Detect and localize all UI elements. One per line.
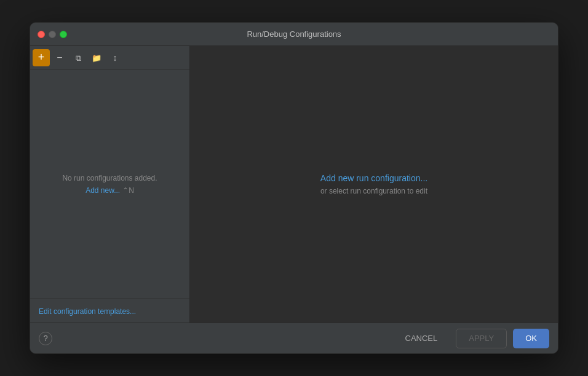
traffic-lights [38,31,67,38]
help-button[interactable]: ? [39,332,52,345]
maximize-button[interactable] [60,31,67,38]
minimize-button[interactable] [49,31,56,38]
sidebar-footer: Edit configuration templates... [30,299,189,323]
sidebar-body: No run configurations added. Add new... … [30,69,189,299]
remove-config-button[interactable] [51,49,68,66]
minus-icon [57,52,62,63]
run-debug-dialog: Run/Debug Configurations [30,22,558,354]
sidebar: No run configurations added. Add new... … [30,46,190,323]
add-config-button[interactable] [33,49,50,66]
keyboard-shortcut: ⌃N [122,186,134,195]
plus-icon [38,51,45,64]
or-select-text: or select run configuration to edit [320,187,427,195]
copy-config-button[interactable] [70,49,87,66]
copy-icon [76,52,81,63]
add-new-link[interactable]: Add new... [85,186,120,195]
footer-actions: CANCEL APPLY OK [393,329,550,348]
sort-config-button[interactable] [106,49,124,66]
no-configs-message: No run configurations added. [62,174,157,182]
ok-button[interactable]: OK [513,329,549,348]
dialog-footer: ? CANCEL APPLY OK [30,323,558,353]
add-new-run-config-link[interactable]: Add new run configuration... [320,173,427,183]
folder-icon [92,52,101,63]
content-message: Add new run configuration... or select r… [320,173,427,195]
close-button[interactable] [38,31,45,38]
apply-button[interactable]: APPLY [456,329,507,348]
edit-templates-link[interactable]: Edit configuration templates... [39,307,136,316]
title-bar: Run/Debug Configurations [30,23,558,46]
cancel-button[interactable]: CANCEL [393,329,450,348]
dialog-title: Run/Debug Configurations [247,29,341,39]
content-area: Add new run configuration... or select r… [190,46,558,323]
main-content: No run configurations added. Add new... … [30,46,558,323]
sort-icon [113,52,117,63]
group-config-button[interactable] [88,49,105,66]
sidebar-toolbar [30,46,189,69]
